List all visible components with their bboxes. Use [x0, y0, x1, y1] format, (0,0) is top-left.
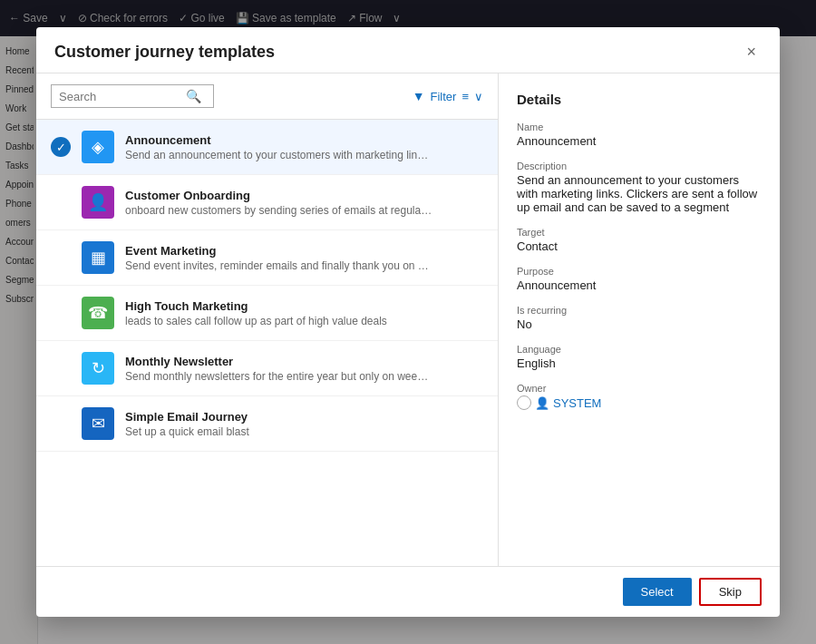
detail-value-5: English [517, 356, 762, 370]
details-title: Details [517, 92, 762, 107]
detail-group-2: Target Contact [517, 227, 762, 253]
detail-label-3: Purpose [517, 266, 762, 277]
detail-value-1: Send an announcement to your customers w… [517, 173, 762, 214]
template-desc-5: Set up a quick email blast [125, 425, 433, 438]
detail-label-1: Description [517, 161, 762, 171]
template-item[interactable]: ▦ Event Marketing Send event invites, re… [36, 230, 498, 286]
detail-group-5: Language English [517, 344, 762, 370]
detail-value-2: Contact [517, 239, 762, 253]
template-name-1: Customer Onboarding [125, 189, 483, 202]
detail-label-0: Name [517, 122, 762, 132]
detail-group-3: Purpose Announcement [517, 266, 762, 292]
dialog-title: Customer journey templates [54, 43, 275, 62]
search-container: 🔍 [51, 84, 214, 108]
modal-overlay: Customer journey templates × 🔍 ▼ Filter … [0, 0, 816, 644]
search-bar-row: 🔍 ▼ Filter ≡ ∨ [36, 73, 498, 120]
detail-label-6: Owner [517, 383, 762, 394]
filter-list-icon: ≡ [461, 90, 469, 103]
detail-group-0: Name Announcement [517, 122, 762, 148]
template-item[interactable]: ☎ High Touch Marketing leads to sales ca… [36, 286, 498, 341]
template-name-2: Event Marketing [125, 244, 483, 258]
filter-label: Filter [431, 90, 457, 103]
customer-journey-dialog: Customer journey templates × 🔍 ▼ Filter … [36, 27, 780, 617]
template-desc-2: Send event invites, reminder emails and … [125, 259, 433, 272]
template-list: ✓ ◈ Announcement Send an announcement to… [36, 120, 498, 566]
select-button[interactable]: Select [623, 578, 692, 606]
owner-name[interactable]: SYSTEM [553, 396, 601, 410]
filter-chevron-icon: ∨ [474, 90, 483, 103]
detail-group-1: Description Send an announcement to your… [517, 161, 762, 214]
search-icon: 🔍 [186, 89, 201, 103]
detail-label-2: Target [517, 227, 762, 238]
template-desc-1: onboard new customers by sending series … [125, 204, 433, 217]
template-item[interactable]: ↻ Monthly Newsletter Send monthly newsle… [36, 341, 498, 396]
template-icon-5: ✉ [82, 407, 114, 440]
dialog-header: Customer journey templates × [36, 27, 780, 73]
template-info-3: High Touch Marketing leads to sales call… [125, 299, 483, 327]
template-item[interactable]: ✉ Simple Email Journey Set up a quick em… [36, 396, 498, 452]
template-name-4: Monthly Newsletter [125, 355, 483, 368]
template-name-0: Announcement [125, 133, 483, 147]
close-button[interactable]: × [741, 42, 762, 62]
detail-value-0: Announcement [517, 134, 762, 148]
template-icon-2: ▦ [82, 241, 114, 274]
details-fields: Name Announcement Description Send an an… [517, 122, 762, 410]
template-desc-0: Send an announcement to your customers w… [125, 149, 433, 161]
template-info-1: Customer Onboarding onboard new customer… [125, 189, 483, 217]
detail-label-4: Is recurring [517, 305, 762, 316]
template-icon-3: ☎ [82, 297, 114, 329]
template-item[interactable]: 👤 Customer Onboarding onboard new custom… [36, 175, 498, 230]
owner-user-icon: 👤 [535, 396, 549, 410]
template-info-4: Monthly Newsletter Send monthly newslett… [125, 355, 483, 383]
detail-label-5: Language [517, 344, 762, 355]
detail-value-4: No [517, 317, 762, 331]
template-info-2: Event Marketing Send event invites, remi… [125, 244, 483, 272]
right-panel: Details Name Announcement Description Se… [499, 73, 780, 566]
filter-row[interactable]: ▼ Filter ≡ ∨ [413, 89, 483, 103]
check-icon: ✓ [51, 137, 71, 157]
detail-value-6[interactable]: 👤 SYSTEM [517, 395, 762, 410]
owner-circle-icon [517, 395, 531, 410]
filter-icon: ▼ [413, 89, 425, 103]
template-desc-4: Send monthly newsletters for the entire … [125, 370, 433, 383]
template-desc-3: leads to sales call follow up as part of… [125, 315, 433, 327]
dialog-body: 🔍 ▼ Filter ≡ ∨ ✓ ◈ Announcement Send an … [36, 73, 780, 566]
detail-group-4: Is recurring No [517, 305, 762, 331]
left-panel: 🔍 ▼ Filter ≡ ∨ ✓ ◈ Announcement Send an … [36, 73, 499, 566]
template-icon-4: ↻ [82, 352, 114, 385]
detail-group-6: Owner 👤 SYSTEM [517, 383, 762, 410]
template-icon-0: ◈ [82, 131, 114, 163]
skip-button[interactable]: Skip [699, 578, 762, 606]
template-name-3: High Touch Marketing [125, 299, 483, 313]
dialog-footer: Select Skip [36, 566, 780, 617]
search-input[interactable] [59, 90, 186, 103]
template-name-5: Simple Email Journey [125, 410, 483, 424]
detail-value-3: Announcement [517, 278, 762, 292]
template-info-0: Announcement Send an announcement to you… [125, 133, 483, 161]
template-item[interactable]: ✓ ◈ Announcement Send an announcement to… [36, 120, 498, 175]
template-info-5: Simple Email Journey Set up a quick emai… [125, 410, 483, 438]
template-icon-1: 👤 [82, 186, 114, 219]
